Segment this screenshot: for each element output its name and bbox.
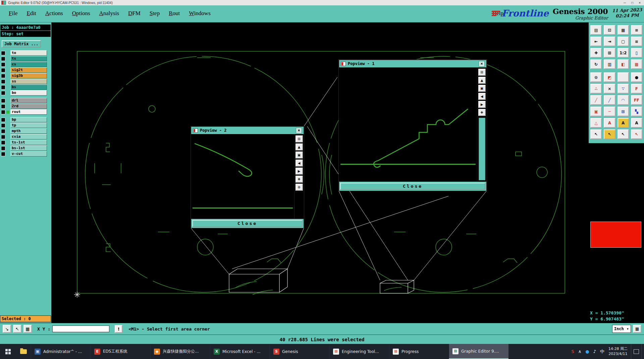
selection-box-1[interactable]: [229, 269, 287, 292]
full-screen-icon[interactable]: ▣: [478, 85, 486, 92]
zoom-window-icon[interactable]: ⊞: [604, 48, 615, 58]
layer-visibility-checkbox[interactable]: [1, 74, 5, 78]
layer-visibility-checkbox[interactable]: [1, 123, 5, 128]
filled-circle-icon[interactable]: ●: [631, 72, 642, 82]
zoom-ratio-icon[interactable]: 1:2: [618, 48, 629, 58]
popview-1-scrollbar[interactable]: [479, 118, 485, 180]
expand-view-icon[interactable]: ⊕: [296, 184, 303, 191]
layer-name[interactable]: drl: [10, 98, 47, 103]
menu-item[interactable]: Options: [72, 10, 90, 17]
dots-icon[interactable]: ∵: [618, 84, 629, 94]
selection-box-2[interactable]: [380, 280, 414, 293]
taskbar-app-button[interactable]: S Genesis: [270, 344, 329, 359]
layer-name[interactable]: ts: [10, 56, 47, 61]
select-arrow-bold-icon[interactable]: ↖: [618, 129, 629, 139]
menu-item[interactable]: Step: [150, 10, 160, 17]
layer-name[interactable]: sig3b: [10, 73, 47, 78]
layer-name[interactable]: cs: [10, 62, 47, 67]
layer-row[interactable]: 2rd: [1, 104, 51, 109]
layer-name[interactable]: to: [10, 50, 47, 56]
zoom-up-icon[interactable]: ▲: [478, 77, 486, 84]
red-triangle-icon[interactable]: △: [590, 118, 602, 128]
shift-left-icon[interactable]: ⇤: [590, 37, 602, 46]
blue-line-icon[interactable]: ╱: [604, 95, 615, 105]
minimize-button[interactable]: ─: [624, 1, 626, 5]
arc-icon[interactable]: ◠: [618, 95, 629, 105]
layer-visibility-checkbox[interactable]: [1, 79, 5, 84]
zoom-up-icon[interactable]: ▲: [296, 143, 303, 151]
layer-row[interactable]: v-cut: [1, 151, 51, 157]
select-arrow-icon[interactable]: ↖: [590, 129, 602, 139]
layer-row[interactable]: cvia: [1, 134, 51, 139]
page-view-icon[interactable]: ▯: [631, 48, 642, 58]
split-view-icon[interactable]: ◧: [618, 59, 629, 69]
start-button[interactable]: [0, 344, 16, 359]
layer-visibility-checkbox[interactable]: [1, 91, 5, 95]
taskbar-app-button[interactable]: ⊞ Graphic Editor 9....: [449, 344, 508, 359]
highlight-grid-icon[interactable]: ▩: [631, 59, 642, 69]
layer-name[interactable]: sig2t: [10, 67, 47, 73]
layer-visibility-checkbox[interactable]: [1, 68, 5, 72]
layer-row[interactable]: sig3b: [1, 73, 51, 78]
layer-row[interactable]: bs: [1, 84, 51, 90]
shift-right-icon[interactable]: ⇥: [604, 37, 615, 46]
units-dropdown[interactable]: Inch ▾: [612, 325, 631, 333]
red-pad-icon[interactable]: ▣: [590, 107, 602, 116]
layer-row[interactable]: tp: [1, 123, 51, 128]
pcb-canvas[interactable]: [51, 22, 589, 323]
screen-layout-icon[interactable]: ⊡: [604, 25, 615, 35]
menu-item[interactable]: Actions: [45, 10, 63, 17]
layer-row[interactable]: drl: [1, 98, 51, 103]
red-trace-icon[interactable]: ─: [604, 107, 615, 116]
job-matrix-icon[interactable]: ▤: [590, 25, 602, 35]
mask-corner-icon[interactable]: ◩: [604, 72, 615, 82]
taskbar-app-button[interactable]: E EDS工程系统: [91, 344, 150, 359]
layer-name[interactable]: mpth: [10, 128, 47, 134]
layer-row[interactable]: bp: [1, 117, 51, 122]
taskbar-app-button[interactable]: X Microsoft Excel - ...: [210, 344, 270, 359]
menu-item[interactable]: Rout: [169, 10, 180, 17]
layer-visibility-checkbox[interactable]: [1, 51, 5, 55]
pointer-snap-icon[interactable]: ↖: [13, 325, 21, 333]
select-arrow-red-icon[interactable]: ↖: [631, 129, 642, 139]
popview-1-titlebar[interactable]: Popview - 1 ×: [339, 60, 486, 68]
layer-row[interactable]: rout: [1, 109, 51, 115]
blank-button[interactable]: [618, 72, 629, 82]
taskbar-app-button[interactable]: ◆ 兴森快捷衡阳分公...: [150, 344, 210, 359]
layer-name[interactable]: bo: [10, 90, 47, 96]
layer-name[interactable]: cvia: [10, 134, 47, 139]
letter-a-yellow-icon[interactable]: A: [618, 118, 629, 128]
layer-row[interactable]: bs-1st: [1, 145, 51, 151]
full-screen-icon[interactable]: ▣: [296, 152, 303, 159]
pan-right-icon[interactable]: ▶: [478, 101, 486, 108]
layer-visibility-checkbox[interactable]: [1, 110, 5, 114]
panel-grid-icon[interactable]: ▦: [618, 25, 629, 35]
alert-button[interactable]: !: [115, 325, 122, 333]
redraw-icon[interactable]: ↻: [590, 59, 602, 69]
layer-visibility-checkbox[interactable]: [1, 104, 5, 109]
popview-2-close-button[interactable]: Close: [192, 220, 303, 227]
layer-row[interactable]: ss: [1, 79, 51, 84]
menu-item[interactable]: Windows: [189, 10, 211, 17]
show-desktop-button[interactable]: [641, 344, 644, 359]
layer-name[interactable]: 2rd: [10, 104, 47, 109]
diagonal-snap-icon[interactable]: ↘: [3, 325, 11, 333]
stack-rows-icon[interactable]: ≡: [631, 37, 642, 46]
popview-2-window[interactable]: Popview - 2 × ⊞ ▲ ▣ ◀ ▶ ✚: [191, 126, 304, 228]
net-points-icon[interactable]: ∴: [590, 84, 602, 94]
letter-a-plain-icon[interactable]: A: [631, 118, 642, 128]
letters-ff-icon[interactable]: FF: [631, 95, 642, 105]
layer-name[interactable]: v-cut: [10, 151, 47, 157]
keypad-icon[interactable]: ▦: [633, 325, 641, 333]
halftone-icon[interactable]: ▚: [631, 107, 642, 116]
menu-item[interactable]: File: [9, 10, 17, 17]
zoom-home-icon[interactable]: ✚: [590, 48, 602, 58]
detach-window-icon[interactable]: ⊞: [296, 135, 303, 142]
letter-a-red-icon[interactable]: A: [604, 118, 615, 128]
select-arrow-yellow-icon[interactable]: ↖: [604, 129, 615, 139]
tile-windows-icon[interactable]: ▢: [618, 37, 629, 46]
popview-2-titlebar[interactable]: Popview - 2 ×: [191, 127, 304, 134]
layer-name[interactable]: tp: [10, 123, 47, 128]
pen-circle-icon[interactable]: ⊙: [590, 72, 602, 82]
popview-1-window[interactable]: Popview - 1 × ⊞ ▲ ▣: [339, 60, 487, 191]
